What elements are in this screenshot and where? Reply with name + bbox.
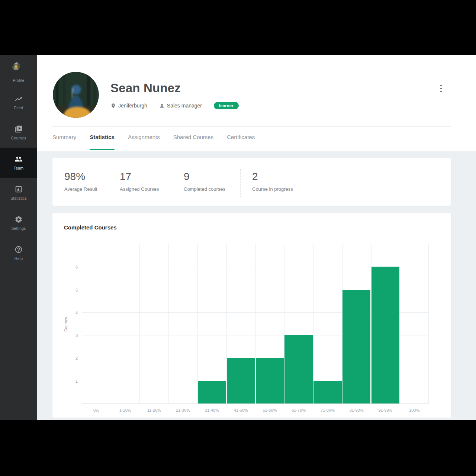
x-tick-label: 21-30% — [176, 408, 190, 412]
x-tick-label: 81-90% — [350, 408, 364, 412]
y-tick-label: 2 — [75, 356, 78, 360]
x-tick-label: 31-40% — [205, 408, 219, 412]
user-avatar-image — [53, 72, 99, 118]
user-location-text: Jeniferburgh — [118, 103, 147, 109]
video-library-icon — [15, 125, 23, 133]
bar-31-40% — [198, 381, 226, 403]
y-tick-label: 3 — [75, 333, 78, 338]
stat-value: 2 — [252, 171, 451, 183]
tab-assignments[interactable]: Assignments — [128, 134, 160, 151]
stat-value: 9 — [184, 171, 240, 183]
gear-icon — [15, 215, 23, 223]
bar-81-90% — [342, 290, 371, 403]
x-tick-label: 71-80% — [321, 408, 335, 412]
stat-label: Assigned Courses — [120, 186, 172, 192]
learner-badge: learner — [214, 102, 239, 109]
x-tick-label: 41-50% — [234, 408, 248, 412]
x-tick-label: 11-20% — [147, 408, 161, 412]
gridline-v — [313, 244, 313, 404]
x-tick-label: 91-99% — [378, 408, 392, 412]
profile-avatar — [12, 62, 25, 75]
chart-plot: Courses 1234560%1-10%11-20%21-30%31-40%4… — [82, 244, 429, 404]
location-pin-icon — [110, 103, 116, 109]
sidebar-item-label: Courses — [11, 136, 26, 140]
sidebar-item-label: Feed — [14, 106, 23, 110]
user-role-text: Sales manager — [167, 103, 202, 109]
main-content: Sean Nunez Jeniferburgh Sales manager le… — [37, 55, 476, 420]
x-tick-label: 51-60% — [263, 408, 277, 412]
sidebar: Profile Feed Courses Team Statistics Set… — [0, 55, 37, 420]
sidebar-item-label: Statistics — [10, 196, 27, 200]
bar-51-60% — [256, 358, 284, 403]
sidebar-item-profile[interactable]: Profile — [0, 57, 37, 87]
stat-value: 17 — [120, 171, 172, 183]
profile-header: Sean Nunez Jeniferburgh Sales manager le… — [37, 55, 476, 151]
stat-completed-courses: 9 Completed courses — [172, 158, 240, 206]
sidebar-item-settings[interactable]: Settings — [0, 208, 37, 238]
page-title-user-name: Sean Nunez — [110, 81, 181, 95]
gridline-v — [168, 244, 169, 404]
stats-summary-card: 98% Average Result 17 Assigned Courses 9… — [52, 158, 451, 206]
gridline-v — [400, 244, 400, 404]
gridline-v — [197, 244, 198, 404]
sidebar-item-label: Team — [14, 166, 23, 170]
help-icon — [15, 245, 23, 254]
sidebar-item-label: Help — [15, 256, 23, 261]
completed-courses-chart-card: Completed Courses Courses 1234560%1-10%1… — [52, 213, 451, 418]
x-tick-label: 100% — [409, 408, 419, 412]
sidebar-item-statistics[interactable]: Statistics — [0, 178, 37, 208]
app-window: Profile Feed Courses Team Statistics Set… — [0, 55, 476, 420]
stat-assigned-courses: 17 Assigned Courses — [108, 158, 172, 206]
stat-label: Completed courses — [184, 186, 240, 192]
x-tick-label: 61-70% — [292, 408, 306, 412]
gridline-v — [82, 244, 82, 404]
kebab-menu-icon[interactable] — [438, 83, 444, 94]
user-role: Sales manager — [159, 103, 202, 109]
header-divider — [52, 126, 451, 127]
y-tick-label: 1 — [75, 379, 78, 383]
bar-61-70% — [284, 335, 313, 403]
team-people-icon — [15, 155, 23, 163]
chart-title: Completed Courses — [64, 224, 117, 231]
trending-up-icon — [15, 95, 23, 103]
statistics-chart-icon — [15, 185, 23, 193]
stat-average-result: 98% Average Result — [52, 158, 108, 206]
stat-value: 98% — [64, 171, 108, 183]
tab-statistics[interactable]: Statistics — [90, 134, 115, 151]
page-background: Profile Feed Courses Team Statistics Set… — [0, 0, 476, 476]
sidebar-item-label: Profile — [13, 78, 24, 83]
sidebar-item-team[interactable]: Team — [0, 148, 37, 178]
sidebar-item-label: Settings — [11, 226, 26, 231]
stat-label: Course in progress — [252, 186, 451, 192]
x-tick-label: 1-10% — [119, 408, 131, 412]
bar-41-50% — [227, 358, 255, 403]
y-tick-label: 5 — [75, 288, 78, 292]
sidebar-item-feed[interactable]: Feed — [0, 87, 37, 118]
x-tick-label: 0% — [93, 408, 99, 412]
user-avatar — [53, 72, 99, 118]
person-icon — [159, 103, 165, 109]
sidebar-item-courses[interactable]: Courses — [0, 118, 37, 148]
y-tick-label: 4 — [75, 311, 78, 315]
user-meta-row: Jeniferburgh Sales manager learner — [110, 102, 239, 109]
bar-71-80% — [313, 381, 342, 403]
tab-summary[interactable]: Summary — [52, 134, 76, 151]
profile-tabs: Summary Statistics Assignments Shared Co… — [52, 134, 255, 151]
stat-course-in-progress: 2 Course in progress — [240, 158, 451, 206]
user-location: Jeniferburgh — [110, 103, 147, 109]
stat-label: Average Result — [64, 186, 108, 192]
sidebar-item-help[interactable]: Help — [0, 238, 37, 268]
gridline-v — [111, 244, 111, 404]
gridline-v — [139, 244, 140, 404]
profile-avatar-image — [12, 62, 20, 70]
gridline-v — [428, 244, 429, 404]
tab-shared-courses[interactable]: Shared Courses — [173, 134, 213, 151]
y-tick-label: 6 — [75, 265, 78, 269]
bar-91-99% — [372, 267, 400, 403]
tab-certificates[interactable]: Certificates — [227, 134, 255, 151]
y-axis-label: Courses — [64, 317, 68, 331]
